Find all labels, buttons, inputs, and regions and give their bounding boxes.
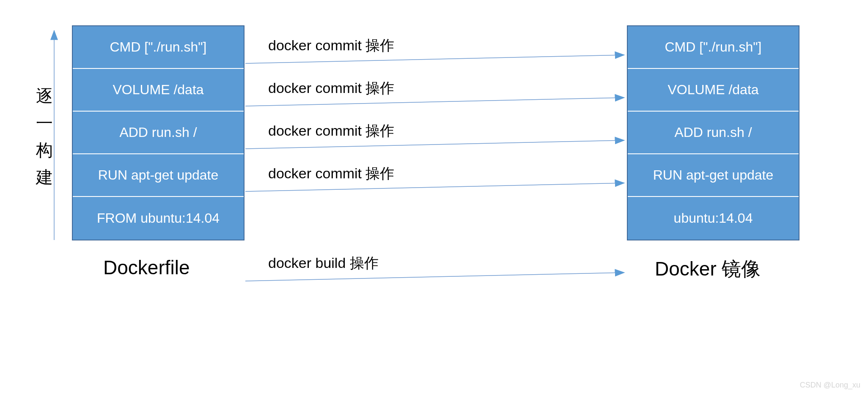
dockerfile-layer-add: ADD run.sh / [73,112,244,154]
image-layer-run: RUN apt-get update [628,154,799,197]
build-label: docker build 操作 [268,254,379,273]
commit-arrow-1-icon [245,55,624,63]
dockerfile-layer-cmd: CMD ["./run.sh"] [73,26,244,69]
image-layer-base: ubuntu:14.04 [628,197,799,240]
commit-label-2: docker commit 操作 [268,79,395,98]
commit-arrow-3-icon [245,140,624,149]
dockerfile-layer-run: RUN apt-get update [73,154,244,197]
image-layer-volume: VOLUME /data [628,69,799,112]
dockerfile-layer-volume: VOLUME /data [73,69,244,112]
commit-arrow-4-icon [245,183,624,191]
commit-label-3: docker commit 操作 [268,121,395,141]
image-layer-cmd: CMD ["./run.sh"] [628,26,799,69]
build-arrow-icon [245,273,624,281]
commit-label-4: docker commit 操作 [268,164,395,183]
build-order-note: 逐一构建 [36,82,53,191]
image-stack: CMD ["./run.sh"] VOLUME /data ADD run.sh… [627,25,799,240]
image-layer-add: ADD run.sh / [628,112,799,154]
watermark: CSDN @Long_xu [800,381,860,390]
commit-arrow-2-icon [245,98,624,106]
dockerfile-stack: CMD ["./run.sh"] VOLUME /data ADD run.sh… [72,25,244,240]
commit-label-1: docker commit 操作 [268,36,395,55]
image-title: Docker 镜像 [655,256,761,282]
dockerfile-title: Dockerfile [103,256,190,279]
dockerfile-layer-from: FROM ubuntu:14.04 [73,197,244,240]
